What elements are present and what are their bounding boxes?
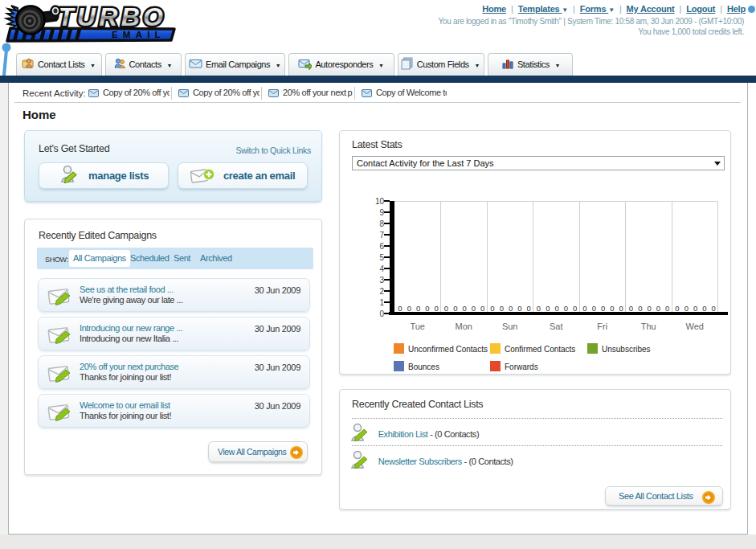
svg-text:0: 0 xyxy=(490,304,494,313)
svg-text:0: 0 xyxy=(444,304,448,313)
svg-text:Wed: Wed xyxy=(685,322,703,331)
svg-text:0: 0 xyxy=(582,304,586,313)
svg-text:TURBO: TURBO xyxy=(58,2,166,31)
svg-text:0: 0 xyxy=(629,304,633,313)
svg-text:0: 0 xyxy=(537,304,541,313)
svg-text:0: 0 xyxy=(592,304,596,313)
svg-text:0: 0 xyxy=(527,304,531,313)
svg-text:0: 0 xyxy=(435,304,439,313)
svg-text:Bounces: Bounces xyxy=(408,363,439,371)
svg-text:Fri: Fri xyxy=(597,322,607,331)
svg-text:Unsubscribes: Unsubscribes xyxy=(602,345,651,354)
svg-text:4: 4 xyxy=(379,264,384,273)
svg-text:0: 0 xyxy=(379,309,384,318)
svg-text:0: 0 xyxy=(546,304,550,313)
svg-text:7: 7 xyxy=(379,231,384,240)
svg-text:0: 0 xyxy=(564,304,568,313)
svg-text:Sat: Sat xyxy=(550,322,563,331)
svg-text:0: 0 xyxy=(480,304,484,313)
svg-text:0: 0 xyxy=(665,304,669,313)
svg-text:0: 0 xyxy=(453,304,457,313)
svg-text:1: 1 xyxy=(379,298,384,307)
svg-text:0: 0 xyxy=(500,304,504,313)
svg-text:0: 0 xyxy=(573,304,577,313)
svg-text:0: 0 xyxy=(517,304,521,313)
svg-text:Mon: Mon xyxy=(455,322,472,331)
svg-text:0: 0 xyxy=(554,304,558,313)
svg-text:0: 0 xyxy=(407,304,411,313)
svg-text:0: 0 xyxy=(509,304,513,313)
svg-text:10: 10 xyxy=(375,197,385,206)
svg-text:0: 0 xyxy=(601,304,605,313)
svg-text:9: 9 xyxy=(379,208,384,217)
svg-text:Unconfirmed Contacts: Unconfirmed Contacts xyxy=(408,345,488,354)
svg-text:6: 6 xyxy=(379,242,384,251)
svg-text:0: 0 xyxy=(684,304,689,313)
svg-text:3: 3 xyxy=(379,276,384,285)
svg-text:0: 0 xyxy=(675,304,679,313)
svg-text:Sun: Sun xyxy=(502,322,518,331)
svg-text:0: 0 xyxy=(638,304,642,313)
svg-text:5: 5 xyxy=(379,253,384,262)
svg-text:0: 0 xyxy=(693,304,697,313)
svg-text:Confirmed Contacts: Confirmed Contacts xyxy=(505,345,575,354)
svg-text:Forwards: Forwards xyxy=(505,363,538,371)
svg-text:8: 8 xyxy=(379,219,384,228)
svg-text:0: 0 xyxy=(619,304,623,313)
svg-text:0: 0 xyxy=(462,304,466,313)
svg-text:0: 0 xyxy=(656,304,660,313)
svg-text:0: 0 xyxy=(712,304,716,313)
svg-text:0: 0 xyxy=(702,304,706,313)
svg-text:0: 0 xyxy=(425,304,429,313)
svg-text:Thu: Thu xyxy=(641,322,656,331)
svg-text:0: 0 xyxy=(416,304,420,313)
svg-text:0: 0 xyxy=(610,304,614,313)
svg-text:0: 0 xyxy=(398,304,402,313)
svg-text:0: 0 xyxy=(647,304,651,313)
svg-text:Tue: Tue xyxy=(410,322,425,331)
svg-text:0: 0 xyxy=(472,304,476,313)
svg-text:2: 2 xyxy=(379,287,384,296)
